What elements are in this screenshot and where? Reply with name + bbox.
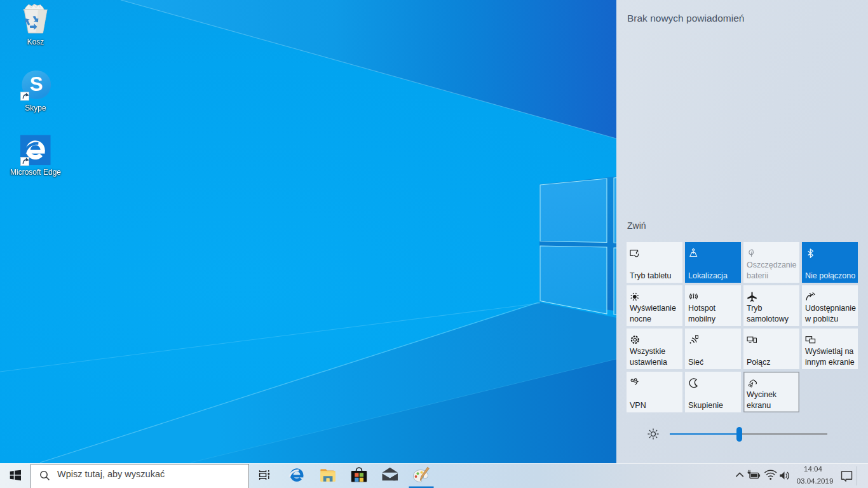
- svg-text:S: S: [30, 73, 43, 95]
